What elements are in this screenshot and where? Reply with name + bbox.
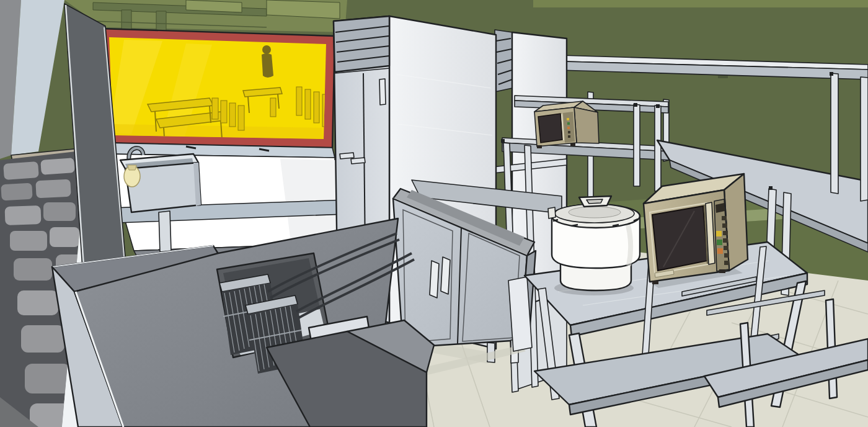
door-handle-left[interactable] <box>340 153 354 159</box>
microwave-small[interactable] <box>534 101 599 148</box>
door-handle-right[interactable] <box>351 158 365 164</box>
door-handle[interactable] <box>379 79 386 105</box>
microwave-large[interactable] <box>644 174 748 288</box>
button-yellow[interactable] <box>716 231 722 236</box>
kitchen-3d-render: 3D model render of a commercial kitchen … <box>0 0 868 427</box>
button-green[interactable] <box>717 240 722 245</box>
pass-window[interactable] <box>100 29 335 148</box>
green-wall-top-band <box>533 0 868 7</box>
cabinet-handle-2[interactable] <box>441 257 450 294</box>
rice-cooker[interactable] <box>548 196 640 295</box>
wall-mark <box>718 76 728 78</box>
button-orange[interactable] <box>717 248 723 254</box>
person-silhouette <box>262 45 271 54</box>
viewport-3d[interactable]: 3D model render of a commercial kitchen … <box>0 0 868 427</box>
cabinet-handle[interactable] <box>430 261 439 298</box>
